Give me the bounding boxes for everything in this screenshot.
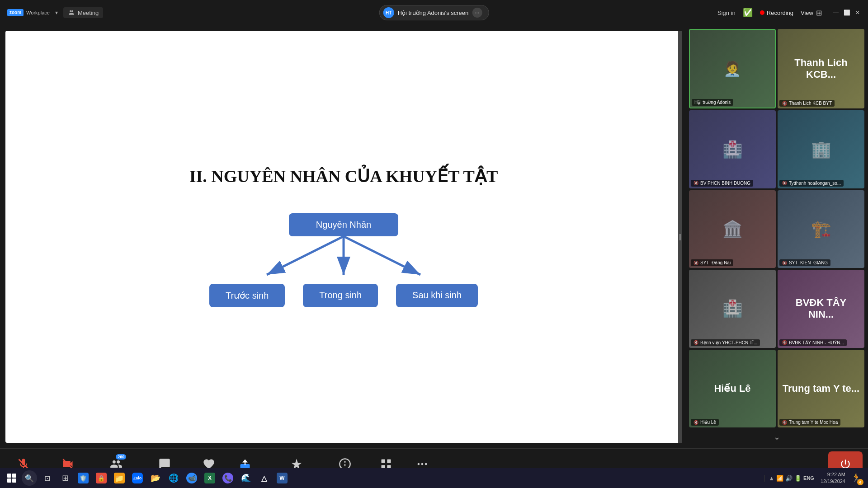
view-button[interactable]: View ⊞ bbox=[801, 9, 822, 17]
participant-avatar: 🏥 bbox=[722, 140, 743, 159]
start-button[interactable] bbox=[4, 470, 20, 486]
muted-icon: 🔇 bbox=[693, 261, 698, 265]
participants-grid: 🧑‍💼 Hội trường Adonis Thanh Lich KCB... … bbox=[689, 29, 864, 427]
participant-avatar: 🏥 bbox=[722, 299, 743, 318]
participants-count-badge: 260 bbox=[116, 454, 126, 460]
participant-avatar: 🏢 bbox=[811, 140, 831, 159]
search-icon: 🔍 bbox=[25, 474, 34, 483]
participant-video-yhct: 🏥 bbox=[689, 270, 776, 347]
chevron-down-icon: ⌄ bbox=[774, 432, 780, 442]
taskbar-app-viber[interactable]: 📞 bbox=[220, 470, 236, 486]
recording-label: Recording bbox=[767, 9, 793, 16]
system-tray: ▲ 📶 🔊 🔋 ENG bbox=[764, 475, 818, 482]
participant-avatar: 🏛️ bbox=[722, 220, 743, 239]
diagram-bottom-nodes: Trước sinh Trong sinh Sau khi sinh bbox=[209, 284, 478, 307]
maximize-button[interactable]: ⬜ bbox=[844, 9, 850, 16]
taskbar-app-security[interactable]: 🛡️ bbox=[75, 470, 91, 486]
screen-share-options-btn[interactable]: ··· bbox=[472, 8, 482, 18]
scroll-down-button[interactable]: ⌄ bbox=[689, 429, 864, 445]
recording-badge: Recording bbox=[760, 9, 793, 16]
taskbar-app-excel[interactable]: X bbox=[202, 470, 218, 486]
chrome-app-icon: 🌐 bbox=[168, 473, 179, 483]
edge-app-icon: 🌊 bbox=[241, 473, 251, 483]
participant-name: Bệnh viện YHCT-PHCN Tỉ... bbox=[700, 340, 757, 345]
sharer-avatar: HT bbox=[383, 7, 394, 18]
participant-name-badge: 🔇 SYT_KIEN_GIANG bbox=[779, 259, 830, 266]
participant-name-badge: Hội trường Adonis bbox=[692, 99, 733, 106]
participant-video-hoi-truong: 🧑‍💼 bbox=[690, 30, 775, 108]
participant-name-badge: 🔇 BVĐK TÂY NINH - HUỲN... bbox=[779, 339, 847, 346]
participant-name: Tytthanh hoa/longan_so... bbox=[789, 181, 841, 186]
slide-container: II. NGUYÊN NHÂN CỦA KHUYẾT TẬT Nguyên Nh… bbox=[5, 31, 682, 443]
diagram-top-node: Nguyên Nhân bbox=[289, 213, 398, 236]
taskbar-search-button[interactable]: 🔍 bbox=[22, 470, 37, 486]
close-button[interactable]: ✕ bbox=[854, 9, 861, 16]
muted-icon: 🔇 bbox=[782, 261, 787, 265]
language-badge: ENG bbox=[803, 475, 814, 481]
taskbar-app-word[interactable]: W bbox=[274, 470, 290, 486]
participant-video-syt-dn: 🏛️ bbox=[689, 190, 776, 268]
meeting-icon bbox=[68, 9, 75, 16]
participant-name: SYT_KIEN_GIANG bbox=[789, 260, 828, 265]
participant-name-badge: 🔇 Tytthanh hoa/longan_so... bbox=[779, 180, 844, 187]
excel-app-icon: X bbox=[204, 473, 215, 483]
participant-tile: 🏗️ 🔇 SYT_KIEN_GIANG bbox=[778, 190, 864, 268]
tray-up-arrow-icon[interactable]: ▲ bbox=[769, 475, 774, 482]
drive-app-icon: △ bbox=[259, 473, 269, 483]
top-bar: zoom Workplace ▾ Meeting HT Hội trường A… bbox=[0, 0, 868, 25]
taskbar-app-antivirus[interactable]: 🔒 bbox=[93, 470, 109, 486]
diagram-arrows-svg bbox=[203, 236, 484, 282]
participant-name: BV PHCN BINH DUONG bbox=[700, 181, 750, 186]
folder-app-icon: 📂 bbox=[150, 473, 161, 483]
widgets-button[interactable]: ⊞ bbox=[57, 470, 73, 486]
muted-icon: 🔇 bbox=[782, 420, 787, 425]
participant-tile: 🏛️ 🔇 SYT_Đồng Nai bbox=[689, 190, 776, 268]
participant-avatar: 🧑‍💼 bbox=[723, 60, 741, 77]
svg-point-1 bbox=[71, 10, 73, 12]
participant-content-trung-tam: Trung tam Y te... bbox=[778, 350, 864, 427]
meeting-badge: Meeting bbox=[63, 7, 103, 18]
taskbar-app-file-manager[interactable]: 📁 bbox=[111, 470, 127, 486]
clock-time: 9:22 AM bbox=[821, 471, 845, 478]
taskbar-app-drive[interactable]: △ bbox=[256, 470, 272, 486]
diagram-arrows bbox=[203, 236, 484, 282]
participant-video-syt-kg: 🏗️ bbox=[778, 190, 864, 268]
screen-share-label: Hội trường Adonis's screen bbox=[398, 9, 469, 16]
zoom-workplace-text: Workplace bbox=[26, 10, 50, 15]
slide-resize-handle[interactable]: ‖ bbox=[678, 31, 682, 443]
file-manager-icon: 📁 bbox=[114, 473, 125, 483]
participants-panel: 🧑‍💼 Hội trường Adonis Thanh Lich KCB... … bbox=[687, 25, 868, 448]
sign-in-button[interactable]: Sign in bbox=[717, 9, 736, 16]
participant-name: BVĐK TÂY NINH - HUỲN... bbox=[789, 340, 844, 345]
participant-name: Thanh Lich KCB BYT bbox=[789, 101, 832, 106]
view-grid-icon: ⊞ bbox=[816, 9, 822, 17]
sound-icon[interactable]: 🔊 bbox=[785, 475, 793, 482]
security-shield-icon: ✅ bbox=[743, 8, 753, 18]
svg-point-19 bbox=[425, 463, 427, 465]
security-app-icon: 🛡️ bbox=[78, 473, 89, 483]
taskbar-app-edge[interactable]: 🌊 bbox=[238, 470, 254, 486]
svg-point-17 bbox=[417, 463, 420, 465]
participant-avatar: 🏗️ bbox=[811, 220, 831, 239]
participant-tile: 🧑‍💼 Hội trường Adonis bbox=[689, 29, 776, 108]
windows-taskbar: 🔍 ⊡ ⊞ 🛡️ 🔒 📁 Zalo 📂 🌐 bbox=[0, 468, 868, 488]
minimize-button[interactable]: — bbox=[833, 9, 839, 16]
participant-name-badge: 🔇 Trung tam Y te Moc Hoa bbox=[779, 419, 840, 426]
participant-name-badge: 🔇 Bệnh viện YHCT-PHCN Tỉ... bbox=[691, 339, 760, 346]
taskbar-app-zoom[interactable]: 📹 bbox=[184, 470, 200, 486]
taskbar-app-zalo[interactable]: Zalo bbox=[129, 470, 146, 486]
muted-icon: 🔇 bbox=[693, 340, 698, 345]
view-label: View bbox=[801, 9, 813, 16]
notifications-button[interactable]: 🏃 6 bbox=[848, 470, 864, 486]
participant-large-text: Trung tam Y te... bbox=[778, 378, 864, 399]
participant-name: Trung tam Y te Moc Hoa bbox=[789, 420, 838, 425]
zoom-logo[interactable]: zoom Workplace bbox=[7, 9, 50, 16]
taskbar-app-chrome[interactable]: 🌐 bbox=[165, 470, 182, 486]
network-icon[interactable]: 📶 bbox=[776, 475, 783, 482]
taskbar-app-folder[interactable]: 📂 bbox=[147, 470, 164, 486]
participant-tile: 🏢 🔇 Tytthanh hoa/longan_so... bbox=[778, 110, 864, 188]
svg-point-0 bbox=[70, 10, 71, 12]
task-view-button[interactable]: ⊡ bbox=[39, 470, 55, 486]
viber-app-icon: 📞 bbox=[222, 473, 233, 483]
app-dropdown-arrow[interactable]: ▾ bbox=[55, 9, 58, 16]
